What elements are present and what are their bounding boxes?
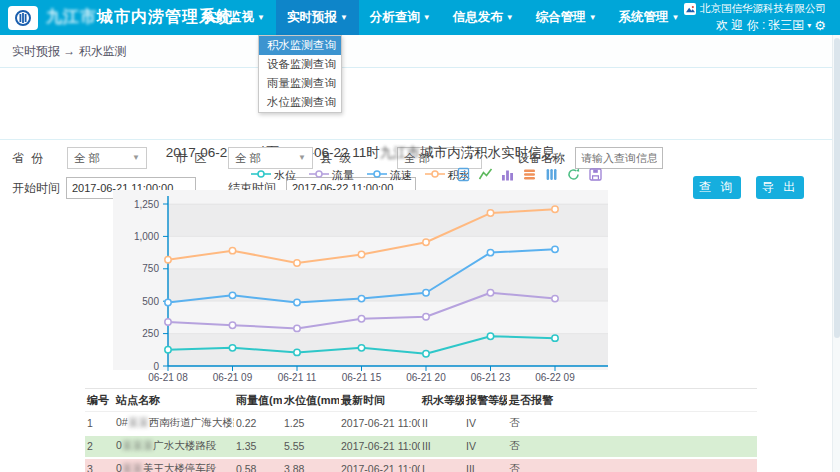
legend-item-水位[interactable]: 水位 xyxy=(251,168,296,183)
table-cell: 否 xyxy=(507,412,757,435)
menu-item-6[interactable]: 系统管理▼ xyxy=(608,0,691,35)
station-name-cell: 0#某某西南街道广海大楼路段 xyxy=(114,412,234,435)
table-cell: 1.25 xyxy=(282,412,339,435)
menu-item-4[interactable]: 信息发布▼ xyxy=(442,0,525,35)
export-button[interactable]: 导 出 xyxy=(756,176,804,199)
filter-panel: 省 份 全部▼ 市 区 全部▼ 县 级 全部▼ 设备名称 开始时间 结束时间 查… xyxy=(0,68,832,140)
table-header-cell: 积水等级 xyxy=(420,389,464,412)
table-header-cell: 水位值(mm) xyxy=(282,389,339,412)
dropdown-item-3[interactable]: 雨量监测查询 xyxy=(259,74,341,93)
tiled-icon[interactable] xyxy=(544,167,559,182)
table-cell: 否 xyxy=(507,435,757,458)
chevron-down-icon: ▼ xyxy=(298,148,306,168)
settings-gear-icon[interactable]: ⚙ xyxy=(814,19,826,32)
table-row[interactable]: 30某某美王大楼停车段0.583.882017-06-21 11:00:00II… xyxy=(85,458,757,472)
main-menu: 实时监视▼实时预报▼分析查询▼信息发布▼综合管理▼系统管理▼ xyxy=(193,0,691,35)
legend-item-流量[interactable]: 流量 xyxy=(309,168,354,183)
redacted-text: 某某某 xyxy=(122,439,154,451)
svg-text:1,250: 1,250 xyxy=(134,199,159,210)
chevron-down-icon: ▼ xyxy=(672,13,680,22)
legend-marker-icon xyxy=(251,169,271,181)
table-cell: 否 xyxy=(507,458,757,472)
menu-item-3[interactable]: 分析查询▼ xyxy=(359,0,442,35)
menu-item-5[interactable]: 综合管理▼ xyxy=(525,0,608,35)
dropdown-item-4[interactable]: 水位监测查询 xyxy=(259,93,341,112)
dropdown-item-1[interactable]: 积水监测查询 xyxy=(259,36,341,55)
station-name-cell: 0某某美王大楼停车段 xyxy=(114,458,234,472)
user-caret-icon[interactable]: ▾ xyxy=(807,21,811,30)
scrollbar-thumb[interactable] xyxy=(834,38,840,338)
redacted-city-name: 九江市 xyxy=(46,8,97,25)
chevron-down-icon: ▼ xyxy=(257,13,265,22)
svg-text:06-21 23: 06-21 23 xyxy=(471,372,511,383)
svg-text:750: 750 xyxy=(142,263,159,274)
redacted-text: 某某 xyxy=(128,416,149,428)
chevron-down-icon: ▼ xyxy=(506,13,514,22)
welcome-text: 欢 迎 你 : xyxy=(716,17,765,34)
svg-text:1,000: 1,000 xyxy=(134,231,159,242)
station-name-cell: 0某某某广水大楼路段 xyxy=(114,435,234,458)
table-cell: 2017-06-21 11:00:00 xyxy=(339,435,420,458)
top-navbar: 九江市城市内涝管理系统 实时监视▼实时预报▼分析查询▼信息发布▼综合管理▼系统管… xyxy=(0,0,840,35)
table-row[interactable]: 10#某某西南街道广海大楼路段0.221.252017-06-21 11:00:… xyxy=(85,412,757,435)
vertical-scrollbar[interactable] xyxy=(832,35,840,472)
chevron-down-icon: ▼ xyxy=(423,13,431,22)
data-view-icon[interactable] xyxy=(456,167,471,182)
svg-text:0: 0 xyxy=(153,361,159,372)
table-cell: II xyxy=(420,412,464,435)
table-cell: 1.35 xyxy=(234,435,282,458)
svg-text:250: 250 xyxy=(142,328,159,339)
table-cell: 0.58 xyxy=(234,458,282,472)
table-cell: IV xyxy=(464,412,507,435)
legend-item-流速[interactable]: 流速 xyxy=(367,168,412,183)
restore-icon[interactable] xyxy=(566,167,581,182)
table-cell: IV xyxy=(464,435,507,458)
app-root: 九江市城市内涝管理系统 实时监视▼实时预报▼分析查询▼信息发布▼综合管理▼系统管… xyxy=(0,0,840,472)
line-chart[interactable]: 02505007501,0001,25006-21 0806-21 0906-2… xyxy=(88,184,633,390)
save-image-icon[interactable] xyxy=(588,167,603,182)
table-cell: 2 xyxy=(85,435,114,458)
breadcrumb: 实时预报 → 积水监测 xyxy=(0,35,832,68)
chart-toolbox xyxy=(456,167,603,182)
breadcrumb-parent: 实时预报 xyxy=(12,44,60,58)
table-header-row: 编号站点名称雨量值(mm)水位值(mm)最新时间积水等级报警等级是否报警 xyxy=(85,389,757,412)
start-time-label: 开始时间 xyxy=(12,177,60,199)
redacted-text: 某某 xyxy=(122,462,143,472)
city-select[interactable]: 全部▼ xyxy=(228,147,313,169)
line-chart-icon[interactable] xyxy=(478,167,493,182)
chart-legend-row: 水位流量流速积水 xyxy=(88,166,633,184)
menu-item-1[interactable]: 实时监视▼ xyxy=(193,0,276,35)
legend-marker-icon xyxy=(367,169,387,181)
welcome-line: 欢 迎 你 : 张三国 ▾ ⚙ xyxy=(684,17,826,34)
table-cell: 3.88 xyxy=(282,458,339,472)
svg-text:06-22 09: 06-22 09 xyxy=(535,372,575,383)
table-header-cell: 最新时间 xyxy=(339,389,420,412)
chart-title: 2017-06-21 11时至2017-06-22 11时九江市城市内涝积水实时… xyxy=(88,144,633,162)
username[interactable]: 张三国 xyxy=(768,17,804,34)
search-button[interactable]: 查 询 xyxy=(693,176,741,199)
table-cell: III xyxy=(464,458,507,472)
breadcrumb-current: 积水监测 xyxy=(79,44,127,58)
legend-marker-icon xyxy=(425,169,445,181)
table-cell: 2017-06-21 11:00:00 xyxy=(339,458,420,472)
navbar-right: 北京国信华源科技有限公司 欢 迎 你 : 张三国 ▾ ⚙ xyxy=(684,0,826,35)
table-cell: I xyxy=(420,458,464,472)
stack-icon[interactable] xyxy=(522,167,537,182)
app-logo-icon xyxy=(8,6,38,30)
table-row[interactable]: 20某某某广水大楼路段1.355.552017-06-21 11:00:00II… xyxy=(85,435,757,458)
chevron-down-icon: ▼ xyxy=(589,13,597,22)
svg-text:06-21 20: 06-21 20 xyxy=(406,372,446,383)
svg-text:06-21 08: 06-21 08 xyxy=(148,372,188,383)
redacted-city-name: 九江市 xyxy=(380,145,421,160)
bar-chart-icon[interactable] xyxy=(500,167,515,182)
table-cell: 1 xyxy=(85,412,114,435)
station-table: 编号站点名称雨量值(mm)水位值(mm)最新时间积水等级报警等级是否报警 10#… xyxy=(85,388,757,472)
company-name: 北京国信华源科技有限公司 xyxy=(700,2,826,16)
table-cell: III xyxy=(420,435,464,458)
table-cell: 5.55 xyxy=(282,435,339,458)
table-header-cell: 雨量值(mm) xyxy=(234,389,282,412)
svg-text:06-21 09: 06-21 09 xyxy=(213,372,253,383)
table-header-cell: 编号 xyxy=(85,389,114,412)
dropdown-item-2[interactable]: 设备监测查询 xyxy=(259,55,341,74)
menu-item-2[interactable]: 实时预报▼ xyxy=(276,0,359,35)
